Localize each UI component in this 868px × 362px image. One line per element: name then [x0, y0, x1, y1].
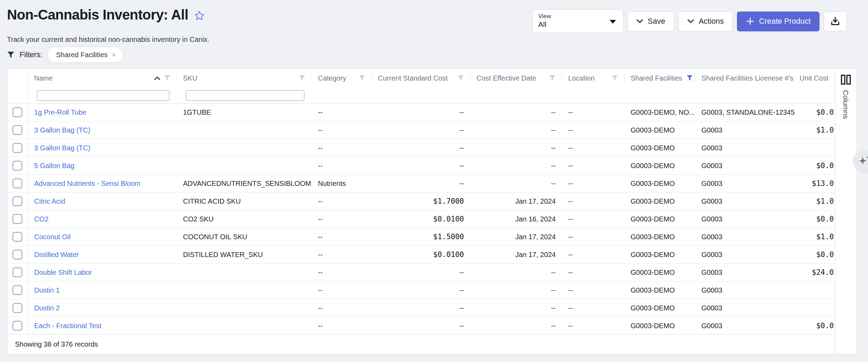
product-link[interactable]: Each - Fractional Test [34, 322, 101, 330]
product-link[interactable]: Dustin 1 [34, 286, 60, 294]
product-link[interactable]: Coconut Oil [34, 233, 71, 241]
column-filter-icon[interactable] [457, 75, 464, 81]
column-header-cost[interactable]: Current Standard Cost [372, 69, 470, 88]
column-filter-icon-active[interactable] [686, 75, 693, 81]
row-checkbox[interactable] [13, 125, 22, 135]
product-link[interactable]: 3 Gallon Bag (TC) [34, 126, 90, 134]
favorite-star-icon[interactable] [194, 10, 205, 21]
cell-value: G0003 [701, 286, 722, 294]
cell-value: G0003 [701, 126, 722, 134]
filter-input-sku[interactable] [186, 90, 304, 101]
cell-value: $0.0 [816, 161, 834, 170]
row-checkbox[interactable] [13, 107, 22, 117]
cell-shared: G0003-DEMO [624, 246, 695, 263]
column-header-unit[interactable]: Unit Cost [794, 69, 835, 88]
cell-value: -- [568, 322, 573, 330]
cell-location: -- [562, 121, 624, 139]
cell-value: G0003-DEMO [631, 197, 675, 205]
columns-panel-toggle[interactable]: Columns [835, 69, 856, 354]
cell-value: G0003 [701, 322, 722, 330]
row-checkbox[interactable] [13, 267, 22, 277]
row-checkbox[interactable] [13, 179, 22, 188]
product-link[interactable]: CO2 [34, 215, 48, 223]
column-header-shared[interactable]: Shared Facilities [624, 69, 695, 88]
column-header-licenses[interactable]: Shared Facilities Licenese #'s [695, 69, 794, 88]
export-button[interactable] [824, 12, 847, 31]
row-checkbox[interactable] [13, 303, 22, 313]
product-link[interactable]: 3 Gallon Bag (TC) [34, 144, 90, 152]
row-checkbox[interactable] [13, 143, 22, 153]
row-checkbox[interactable] [13, 250, 22, 259]
column-header-location[interactable]: Location [562, 69, 624, 88]
product-link[interactable]: Double Shift Labor [34, 269, 92, 277]
cell-sku [177, 139, 312, 157]
filter-input-name[interactable] [37, 90, 169, 101]
cell-date: -- [470, 121, 562, 139]
record-count: Showing 38 of 376 records [15, 340, 98, 348]
cell-unit: $1.0 [794, 121, 835, 139]
row-checkbox[interactable] [13, 214, 22, 224]
cell-checkbox [7, 175, 28, 192]
cell-value: -- [568, 304, 573, 312]
cell-value: -- [568, 162, 573, 170]
dropdown-arrow-icon [610, 20, 616, 24]
cell-value: -- [318, 251, 322, 259]
view-select[interactable]: View All [532, 9, 623, 33]
cell-value: CITRIC ACID SKU [183, 197, 241, 205]
cell-value: Jan 17, 2024 [515, 233, 556, 241]
cell-location: -- [562, 210, 624, 228]
column-header-name[interactable]: Name [28, 69, 177, 88]
cell-value: G0003-DEMO [631, 215, 675, 223]
cell-category: -- [312, 299, 372, 317]
product-link[interactable]: Dustin 2 [34, 304, 60, 312]
cell-value: -- [568, 180, 573, 188]
cell-category: -- [312, 104, 372, 121]
save-button[interactable]: Save [627, 12, 674, 31]
filter-chip-shared-facilities[interactable]: Shared Facilities × [47, 47, 123, 63]
cell-shared: G0003-DEMO [624, 193, 695, 210]
save-button-label: Save [648, 17, 665, 26]
cell-unit [794, 281, 835, 299]
product-link[interactable]: Advanced Nutrients - Sensi Bloom [34, 180, 140, 188]
cell-cost: -- [372, 104, 470, 121]
column-filter-icon[interactable] [549, 75, 556, 81]
row-checkbox[interactable] [13, 232, 22, 242]
view-select-value: All [538, 20, 617, 29]
cell-value: -- [318, 322, 322, 330]
cell-name: Double Shift Labor [28, 264, 177, 281]
cell-category: -- [312, 281, 372, 299]
table-row: Advanced Nutrients - Sensi BloomADVANCED… [7, 175, 835, 193]
page-title: Non-Cannabis Inventory: All [7, 7, 188, 23]
close-icon[interactable]: × [112, 51, 116, 58]
product-link[interactable]: Distilled Water [34, 251, 79, 259]
table-row: Citric AcidCITRIC ACID SKU--$1.7000Jan 1… [7, 193, 835, 210]
cell-cost: -- [372, 317, 470, 334]
column-header-category[interactable]: Category [312, 69, 372, 88]
cell-value: -- [551, 126, 556, 134]
cell-checkbox [7, 121, 28, 139]
column-header-sku[interactable]: SKU [177, 69, 312, 88]
column-header-label: Shared Facilities Licenese #'s [701, 74, 793, 82]
create-product-button[interactable]: Create Product [737, 12, 820, 31]
cell-date: -- [470, 299, 562, 317]
cell-unit: $0.0 [794, 157, 835, 174]
product-link[interactable]: 1g Pre-Roll Tube [34, 108, 86, 116]
column-filter-icon[interactable] [299, 75, 305, 81]
cell-value: -- [318, 286, 322, 294]
column-filter-icon[interactable] [164, 75, 170, 81]
table-footer: Showing 38 of 376 records [7, 334, 835, 354]
column-filter-icon[interactable] [611, 75, 618, 81]
row-checkbox[interactable] [13, 321, 22, 331]
row-checkbox[interactable] [13, 285, 22, 295]
column-header-label: SKU [183, 74, 197, 82]
sort-ascending-icon[interactable] [154, 76, 160, 80]
table-body: 1g Pre-Roll Tube1GTUBE--------G0003-DEMO… [7, 104, 835, 334]
product-link[interactable]: 5 Gallon Bag [34, 162, 75, 170]
product-link[interactable]: Citric Acid [34, 197, 65, 205]
sparkle-icon [858, 155, 868, 167]
row-checkbox[interactable] [13, 161, 22, 171]
column-filter-icon[interactable] [359, 75, 365, 81]
row-checkbox[interactable] [13, 196, 22, 206]
actions-button[interactable]: Actions [678, 12, 733, 31]
column-header-date[interactable]: Cost Effective Date [470, 69, 562, 88]
